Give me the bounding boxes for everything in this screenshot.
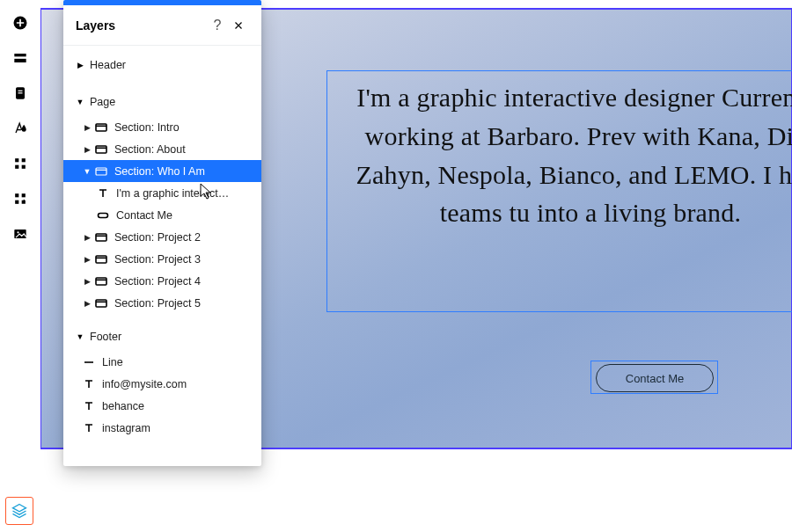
close-icon bbox=[232, 19, 245, 32]
svg-rect-11 bbox=[22, 193, 26, 197]
layer-line[interactable]: Line bbox=[63, 351, 261, 373]
plugins-tool[interactable] bbox=[0, 181, 40, 216]
theme-icon bbox=[11, 120, 29, 137]
chevron-right-icon bbox=[83, 255, 92, 264]
panel-title: Layers bbox=[76, 18, 207, 33]
svg-rect-6 bbox=[15, 158, 18, 162]
section-glyph-icon bbox=[95, 231, 107, 244]
contact-button-label: Contact Me bbox=[626, 372, 684, 385]
layers-icon bbox=[11, 502, 28, 520]
layer-section-about[interactable]: Section: About bbox=[63, 138, 261, 160]
svg-rect-10 bbox=[15, 193, 18, 197]
apps-tool[interactable] bbox=[0, 146, 40, 181]
svg-rect-26 bbox=[96, 278, 106, 285]
layer-label: instagram bbox=[102, 422, 150, 434]
layer-section-project-4[interactable]: Section: Project 4 bbox=[63, 270, 261, 292]
grid-icon bbox=[11, 155, 29, 172]
chevron-right-icon bbox=[83, 145, 92, 154]
svg-rect-19 bbox=[96, 168, 106, 175]
layer-text-behance[interactable]: behance bbox=[63, 395, 261, 417]
media-tool[interactable] bbox=[0, 216, 40, 251]
tool-rail bbox=[0, 0, 40, 532]
svg-rect-22 bbox=[96, 234, 106, 241]
group-page-label: Page bbox=[90, 96, 115, 108]
section-glyph-icon bbox=[95, 297, 107, 310]
chevron-down-icon bbox=[76, 98, 84, 106]
svg-rect-2 bbox=[14, 59, 26, 62]
layer-label: info@mysite.com bbox=[102, 378, 187, 390]
svg-rect-4 bbox=[18, 91, 23, 91]
layer-section-intro[interactable]: Section: Intro bbox=[63, 116, 261, 138]
svg-rect-21 bbox=[99, 213, 108, 217]
layers-panel: Layers ? Header Page Section: Intro Sect… bbox=[63, 0, 261, 466]
section-tool[interactable] bbox=[0, 40, 40, 76]
puzzle-icon bbox=[11, 190, 29, 208]
chevron-down-icon bbox=[76, 332, 84, 341]
section-glyph-icon bbox=[95, 275, 107, 288]
layer-section-project-3[interactable]: Section: Project 3 bbox=[63, 248, 261, 270]
section-glyph-icon bbox=[95, 121, 107, 134]
panel-header: Layers ? bbox=[63, 5, 261, 46]
layer-text-email[interactable]: info@mysite.com bbox=[63, 373, 261, 395]
button-glyph-icon bbox=[97, 209, 109, 222]
section-glyph-icon bbox=[95, 143, 107, 156]
help-icon: ? bbox=[214, 18, 222, 33]
group-header-label: Header bbox=[90, 59, 126, 71]
chevron-right-icon bbox=[83, 123, 92, 132]
chevron-right-icon bbox=[76, 61, 84, 69]
hero-text-block[interactable]: I'm a graphic interactive designer Curre… bbox=[326, 70, 792, 312]
svg-rect-15 bbox=[96, 124, 106, 131]
plus-circle-icon bbox=[11, 14, 29, 32]
layer-button-contact[interactable]: Contact Me bbox=[63, 204, 261, 226]
layer-text-hero[interactable]: I'm a graphic interact… bbox=[63, 182, 261, 204]
section-glyph-icon bbox=[95, 165, 107, 178]
page-tool[interactable] bbox=[0, 76, 40, 111]
chevron-right-icon bbox=[83, 277, 92, 286]
group-header[interactable]: Header bbox=[63, 51, 261, 79]
layer-label: Section: Project 2 bbox=[114, 231, 201, 244]
group-page[interactable]: Page bbox=[63, 88, 261, 116]
text-glyph-icon bbox=[83, 378, 95, 390]
svg-point-14 bbox=[17, 231, 18, 233]
text-glyph-icon bbox=[83, 422, 95, 434]
svg-rect-7 bbox=[22, 158, 26, 162]
panel-body[interactable]: Header Page Section: Intro Section: Abou… bbox=[63, 46, 261, 439]
layer-section-project-2[interactable]: Section: Project 2 bbox=[63, 226, 261, 248]
svg-rect-9 bbox=[22, 165, 26, 169]
layer-label: I'm a graphic interact… bbox=[116, 187, 229, 200]
svg-rect-12 bbox=[15, 200, 18, 204]
chevron-right-icon bbox=[83, 299, 92, 308]
chevron-down-icon bbox=[83, 167, 92, 176]
page-icon bbox=[11, 84, 29, 102]
layer-label: Section: Project 5 bbox=[114, 297, 201, 310]
close-button[interactable] bbox=[228, 15, 249, 36]
contact-button-selection[interactable]: Contact Me bbox=[590, 361, 718, 394]
group-footer[interactable]: Footer bbox=[63, 323, 261, 351]
text-glyph-icon bbox=[83, 400, 95, 412]
section-icon bbox=[11, 49, 29, 67]
theme-tool[interactable] bbox=[0, 111, 40, 146]
svg-rect-1 bbox=[14, 54, 26, 56]
line-glyph-icon bbox=[83, 356, 95, 368]
section-glyph-icon bbox=[95, 253, 107, 266]
contact-button[interactable]: Contact Me bbox=[596, 364, 714, 392]
layers-button[interactable] bbox=[5, 497, 33, 525]
svg-rect-17 bbox=[96, 146, 106, 153]
layer-label: Section: Project 4 bbox=[114, 275, 201, 288]
layer-section-project-5[interactable]: Section: Project 5 bbox=[63, 292, 261, 314]
chevron-right-icon bbox=[83, 233, 92, 242]
layer-text-instagram[interactable]: instagram bbox=[63, 417, 261, 439]
layer-label: Section: Intro bbox=[114, 121, 180, 134]
svg-rect-28 bbox=[96, 300, 106, 307]
layer-section-who-i-am[interactable]: Section: Who I Am bbox=[63, 160, 261, 182]
svg-rect-8 bbox=[15, 165, 18, 169]
svg-rect-5 bbox=[18, 92, 23, 93]
help-button[interactable]: ? bbox=[207, 15, 228, 36]
layer-label: Contact Me bbox=[116, 209, 172, 222]
add-button[interactable] bbox=[0, 5, 40, 40]
layer-label: behance bbox=[102, 400, 144, 412]
image-icon bbox=[11, 225, 29, 243]
layer-label: Section: Project 3 bbox=[114, 253, 201, 266]
svg-rect-24 bbox=[96, 256, 106, 263]
layer-label: Section: About bbox=[114, 143, 186, 156]
